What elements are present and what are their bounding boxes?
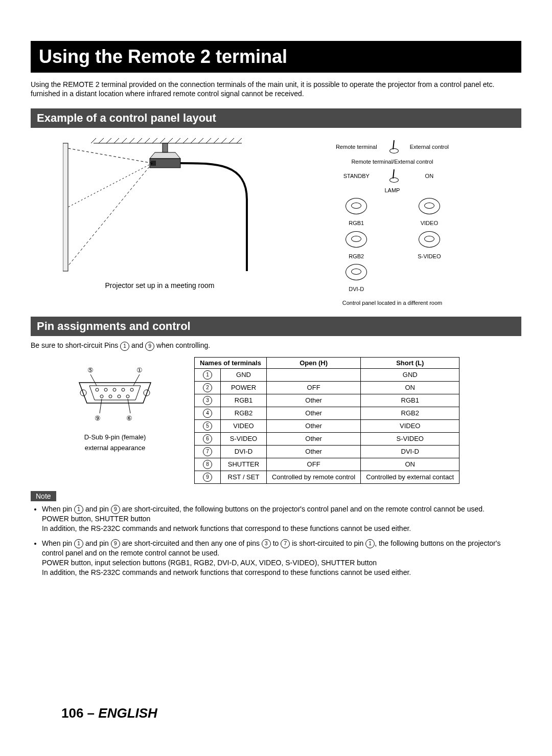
svg-rect-24 xyxy=(63,143,68,271)
pin-short-cell: ON xyxy=(361,458,459,471)
pin-short-cell: RGB2 xyxy=(361,407,459,419)
svg-rect-21 xyxy=(163,143,168,152)
pushbutton-icon xyxy=(346,231,367,248)
svg-line-3 xyxy=(106,138,111,143)
svg-point-38 xyxy=(130,388,133,391)
pin-open-cell: Controlled by remote control xyxy=(266,471,360,483)
label-lamp: LAMP xyxy=(331,185,454,196)
pin-open-cell xyxy=(266,368,360,381)
intro-text: Using the REMOTE 2 terminal provided on … xyxy=(31,80,521,98)
svg-line-17 xyxy=(214,138,219,143)
pin-name-cell: DVI-D xyxy=(221,445,267,458)
dsub-caption1: D-Sub 9-pin (female) xyxy=(51,433,179,441)
pin1-icon: 1 xyxy=(74,505,83,514)
pin-short-cell: RGB1 xyxy=(361,394,459,407)
svg-text:⑤: ⑤ xyxy=(87,366,94,374)
svg-line-16 xyxy=(206,138,211,143)
footer-language: ENGLISH xyxy=(98,705,157,721)
toggle-icon xyxy=(387,140,400,152)
pin3-icon: 3 xyxy=(262,539,271,548)
notes-block: When pin 1 and pin 9 are short-circuited… xyxy=(31,504,521,577)
pin-name-cell: RST / SET xyxy=(221,471,267,483)
pushbutton-icon xyxy=(346,264,367,280)
pin-number-cell: 4 xyxy=(195,407,221,419)
section-pin-heading: Pin assignments and control xyxy=(31,317,521,336)
table-row: 1GNDGND xyxy=(195,368,459,381)
note-label: Note xyxy=(31,491,56,501)
pin-number-icon: 5 xyxy=(203,421,212,431)
pin-name-cell: RGB1 xyxy=(221,394,267,407)
svg-line-1 xyxy=(91,138,96,143)
pin-number-icon: 9 xyxy=(203,473,212,482)
table-row: 8SHUTTEROFFON xyxy=(195,458,459,471)
svg-point-41 xyxy=(118,395,121,398)
control-panel-table: Remote terminal External control Remote … xyxy=(331,138,454,295)
table-row: 2POWEROFFON xyxy=(195,381,459,394)
pin-open-cell: Other xyxy=(266,445,360,458)
svg-line-8 xyxy=(145,138,150,143)
th-short: Short (L) xyxy=(361,357,459,368)
th-open: Open (H) xyxy=(266,357,360,368)
table-row: 5VIDEOOtherVIDEO xyxy=(195,419,459,432)
dsub-caption2: external appearance xyxy=(51,444,179,452)
svg-point-37 xyxy=(122,388,125,391)
svg-line-27 xyxy=(68,163,152,207)
svg-point-35 xyxy=(104,388,107,391)
example-left: Projector set up in a meeting room xyxy=(51,138,268,306)
svg-line-13 xyxy=(183,138,188,143)
pin-number-icon: 3 xyxy=(203,396,212,405)
pin-name-cell: S-VIDEO xyxy=(221,432,267,445)
projector-diagram-icon xyxy=(63,138,257,276)
pin-open-cell: OFF xyxy=(266,381,360,394)
svg-line-9 xyxy=(152,138,157,143)
svg-line-20 xyxy=(237,138,242,143)
pin-name-cell: SHUTTER xyxy=(221,458,267,471)
svg-text:⑥: ⑥ xyxy=(126,414,132,422)
pin-number-cell: 6 xyxy=(195,432,221,445)
svg-line-25 xyxy=(68,148,152,163)
pin9-icon: 9 xyxy=(111,505,120,514)
svg-point-36 xyxy=(113,388,116,391)
pin-name-cell: GND xyxy=(221,368,267,381)
pin-open-cell: Other xyxy=(266,394,360,407)
pin-short-cell: S-VIDEO xyxy=(361,432,459,445)
pushbutton-icon xyxy=(346,198,367,214)
svg-text:①: ① xyxy=(136,366,143,374)
pin1-icon: 1 xyxy=(365,539,375,548)
pin-number-icon: 2 xyxy=(203,383,212,392)
pin-short-cell: VIDEO xyxy=(361,419,459,432)
svg-point-34 xyxy=(96,388,99,391)
table-row: 7DVI-DOtherDVI-D xyxy=(195,445,459,458)
pin-short-cell: ON xyxy=(361,381,459,394)
label-rgb1: RGB1 xyxy=(331,218,382,229)
pin-open-cell: Other xyxy=(266,432,360,445)
pin-number-cell: 1 xyxy=(195,368,221,381)
pin7-icon: 7 xyxy=(281,539,290,548)
dsub-connector-icon: ⑤ ① ⑨ ⑥ xyxy=(64,357,166,429)
svg-point-39 xyxy=(100,395,103,398)
label-svideo: S-VIDEO xyxy=(405,251,454,262)
dsub-diagram: ⑤ ① ⑨ ⑥ D-Sub 9-pin (female) externa xyxy=(51,357,179,484)
pin9-icon: 9 xyxy=(111,539,120,548)
svg-line-44 xyxy=(128,399,130,413)
page-number: 106 xyxy=(61,705,83,721)
svg-line-19 xyxy=(229,138,234,143)
label-remote-terminal: Remote terminal xyxy=(331,138,382,156)
label-on: ON xyxy=(405,167,454,185)
pin-number-icon: 6 xyxy=(203,434,212,443)
pin1-icon: 1 xyxy=(120,342,129,351)
svg-line-26 xyxy=(68,163,152,266)
note-item: When pin 1 and pin 9 are short-circuited… xyxy=(42,539,521,577)
svg-line-6 xyxy=(129,138,134,143)
toggle-icon xyxy=(387,169,400,182)
pin-short-cell: GND xyxy=(361,368,459,381)
svg-line-4 xyxy=(114,138,119,143)
pin-number-cell: 7 xyxy=(195,445,221,458)
pushbutton-icon xyxy=(419,198,440,214)
pin-number-icon: 7 xyxy=(203,447,212,456)
page-footer: 106 – ENGLISH xyxy=(61,705,157,721)
label-standby: STANDBY xyxy=(331,167,382,185)
pin1-icon: 1 xyxy=(74,539,83,548)
page-title: Using the Remote 2 terminal xyxy=(31,41,521,73)
pin-name-cell: VIDEO xyxy=(221,419,267,432)
